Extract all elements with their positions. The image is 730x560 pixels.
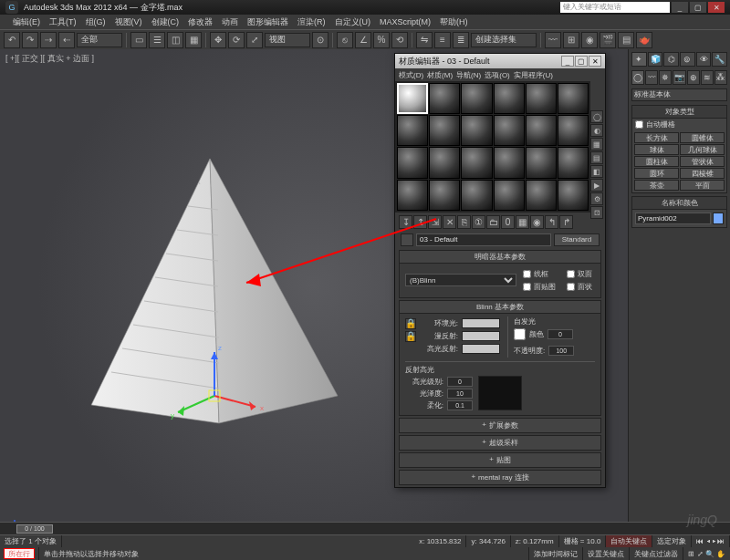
pivot-button[interactable]: ⊙ <box>312 32 328 48</box>
layer-button[interactable]: ≣ <box>453 32 469 48</box>
rotate-button[interactable]: ⟳ <box>228 32 245 48</box>
shader-dropdown[interactable]: (B)Blinn <box>405 274 516 286</box>
percent-snap-button[interactable]: % <box>373 32 390 48</box>
material-slot[interactable] <box>494 83 525 114</box>
material-slot[interactable] <box>429 180 460 211</box>
me-menu-util[interactable]: 实用程序(U) <box>514 70 553 80</box>
sample-uv-icon[interactable]: ▤ <box>590 151 603 164</box>
render-setup-button[interactable]: 🎬 <box>600 32 616 48</box>
snap-button[interactable]: ⎋ <box>337 32 353 48</box>
selection-filter[interactable]: 全部 <box>77 33 122 47</box>
shapes-cat[interactable]: 〰 <box>645 70 658 85</box>
render-frame-button[interactable]: ▤ <box>618 32 634 48</box>
hierarchy-tab[interactable]: ⌬ <box>663 52 679 67</box>
me-maximize[interactable]: ▢ <box>575 56 588 67</box>
script-listener-button[interactable]: 所在行 <box>4 548 35 559</box>
display-tab[interactable]: 👁 <box>696 52 712 67</box>
coord-x[interactable]: x: 10315.832 <box>414 535 466 547</box>
menu-views[interactable]: 视图(V) <box>111 16 146 28</box>
minimize-button[interactable]: _ <box>672 2 688 13</box>
setkey-button[interactable]: 设置关键点 <box>582 547 629 560</box>
material-slot[interactable] <box>461 115 492 146</box>
me-menu-options[interactable]: 选项(O) <box>485 70 510 80</box>
prim-cone[interactable]: 圆锥体 <box>680 132 725 143</box>
modify-tab[interactable]: 🧊 <box>648 52 663 67</box>
material-slot[interactable] <box>397 115 428 146</box>
ambient-lock-icon[interactable]: 🔒 <box>405 318 416 329</box>
show-in-vp-icon[interactable]: ▦ <box>516 215 529 229</box>
add-time-tag[interactable]: 添加时间标记 <box>528 547 582 560</box>
select-button[interactable]: ▭ <box>130 32 147 48</box>
material-slot[interactable] <box>494 115 525 146</box>
prim-box[interactable]: 长方体 <box>634 132 679 143</box>
me-minimize[interactable]: _ <box>561 56 574 67</box>
object-color-swatch[interactable] <box>713 213 724 224</box>
viewport-label[interactable]: [ +][ 正交 ][ 真实 + 边面 ] <box>5 53 94 65</box>
material-name-field[interactable] <box>416 233 551 246</box>
pick-material-icon[interactable] <box>401 233 413 246</box>
material-slot[interactable] <box>397 147 428 178</box>
wire-check[interactable] <box>523 270 531 278</box>
angle-snap-button[interactable]: ∠ <box>355 32 371 48</box>
material-slot[interactable] <box>429 147 460 178</box>
make-unique-icon[interactable]: ① <box>472 215 485 229</box>
curve-editor-button[interactable]: 〰 <box>545 32 561 48</box>
faceted-check[interactable] <box>567 283 575 291</box>
menu-edit[interactable]: 编辑(E) <box>9 16 44 28</box>
spinner-snap-button[interactable]: ⟲ <box>391 32 408 48</box>
material-slot[interactable] <box>461 180 492 211</box>
background-icon[interactable]: ▦ <box>590 138 603 150</box>
schematic-view-button[interactable]: ⊞ <box>563 32 579 48</box>
prim-geosphere[interactable]: 几何球体 <box>680 144 725 155</box>
material-slot[interactable] <box>494 180 525 211</box>
scale-button[interactable]: ⤢ <box>246 32 263 48</box>
select-name-button[interactable]: ☰ <box>149 32 165 48</box>
move-button[interactable]: ✥ <box>210 32 226 48</box>
specular-swatch[interactable] <box>462 344 500 354</box>
redo-button[interactable]: ↷ <box>22 32 38 48</box>
time-slider-thumb[interactable]: 0 / 100 <box>16 524 53 534</box>
autogrid-check[interactable] <box>635 120 643 129</box>
material-slot[interactable] <box>397 180 428 211</box>
extended-params-rollout[interactable]: +扩展参数 <box>399 418 601 433</box>
diffuse-lock-icon[interactable]: 🔒 <box>405 331 416 342</box>
selfillum-spinner[interactable]: 0 <box>548 329 573 339</box>
me-close[interactable]: ✕ <box>589 56 601 67</box>
selected-key-dd[interactable]: 选定对象 <box>652 535 692 547</box>
keyfilter-button[interactable]: 关键点过滤器 <box>629 547 683 560</box>
quick-render-button[interactable]: 🫖 <box>636 32 652 48</box>
put-to-lib-icon[interactable]: 🗀 <box>486 215 500 229</box>
material-slot[interactable] <box>526 147 557 178</box>
maps-rollout[interactable]: +贴图 <box>399 452 601 468</box>
coord-z[interactable]: z: 0.127mm <box>511 535 559 547</box>
material-slot[interactable] <box>461 147 492 178</box>
menu-modifiers[interactable]: 修改器 <box>184 16 216 28</box>
material-editor-button[interactable]: ◉ <box>581 32 598 48</box>
material-slot[interactable] <box>526 180 557 211</box>
material-slot[interactable] <box>558 83 589 114</box>
select-by-mat-icon[interactable]: ⊡ <box>590 206 603 219</box>
named-selection-set[interactable]: 创建选择集 <box>471 33 537 47</box>
link-button[interactable]: ⇢ <box>40 32 57 48</box>
menu-help[interactable]: 帮助(H) <box>436 16 472 28</box>
mat-id-icon[interactable]: 0 <box>501 215 515 229</box>
maximize-button[interactable]: ▢ <box>690 2 706 13</box>
menu-customize[interactable]: 自定义(U) <box>331 16 375 28</box>
shader-params-header[interactable]: 明暗器基本参数 <box>400 251 600 264</box>
select-region-button[interactable]: ◫ <box>167 32 183 48</box>
twosided-check[interactable] <box>567 270 575 278</box>
material-slot[interactable] <box>461 83 492 114</box>
show-result-icon[interactable]: ◉ <box>530 215 544 229</box>
ref-coord-system[interactable]: 视图 <box>265 33 310 47</box>
make-copy-icon[interactable]: ⎘ <box>457 215 471 229</box>
object-name-field[interactable] <box>635 213 711 224</box>
name-color-header[interactable]: 名称和颜色 <box>632 197 726 210</box>
object-type-header[interactable]: 对象类型 <box>632 106 726 119</box>
prim-plane[interactable]: 平面 <box>680 180 725 191</box>
prim-teapot[interactable]: 茶壶 <box>634 180 679 191</box>
me-menu-material[interactable]: 材质(M) <box>427 70 453 80</box>
go-sibling-icon[interactable]: ↱ <box>559 215 573 229</box>
playback-controls[interactable]: ⏮ ◀ ▶ ⏭ <box>692 535 730 547</box>
viewport-nav-controls[interactable]: ⊞ ⤢ 🔍 ✋ <box>683 547 730 560</box>
align-button[interactable]: ≡ <box>434 32 451 48</box>
